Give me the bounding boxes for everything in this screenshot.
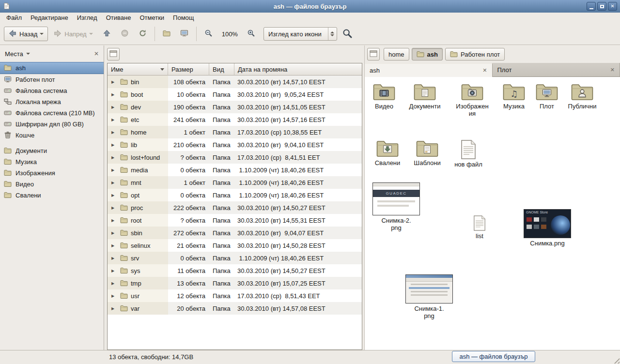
- expander-icon[interactable]: ▶: [111, 168, 117, 172]
- home-button[interactable]: [158, 27, 175, 41]
- tab-0[interactable]: ash✕: [365, 63, 493, 77]
- expander-icon[interactable]: ▶: [111, 306, 117, 311]
- sidebar-item-9[interactable]: Музика: [0, 156, 104, 167]
- expander-icon[interactable]: ▶: [111, 269, 117, 273]
- expander-icon[interactable]: ▶: [111, 243, 117, 248]
- iconview-item-2[interactable]: Изображения: [450, 82, 494, 117]
- menu-item-0[interactable]: Файл: [2, 13, 26, 23]
- iconview-item-1[interactable]: Документи: [403, 82, 447, 110]
- expander-icon[interactable]: ▶: [111, 105, 117, 109]
- table-row[interactable]: ▶dev190 обектаПапка30.03.2010 (вт) 14,51…: [108, 101, 362, 113]
- search-button[interactable]: [338, 27, 356, 41]
- forward-button[interactable]: Напред: [49, 27, 97, 41]
- expander-icon[interactable]: ▶: [111, 281, 117, 286]
- tab-1[interactable]: Плот✕: [493, 63, 620, 76]
- back-button[interactable]: Назад: [4, 27, 48, 41]
- pane-location-button[interactable]: [107, 48, 120, 61]
- expander-icon[interactable]: ▶: [111, 294, 117, 298]
- path-button-2[interactable]: Работен плот: [445, 48, 505, 61]
- expander-icon[interactable]: ▶: [111, 256, 117, 260]
- iconview-item-7[interactable]: Шаблони: [405, 138, 449, 167]
- table-row[interactable]: ▶proc222 обектаПапка30.03.2010 (вт) 14,5…: [108, 201, 362, 214]
- expander-icon[interactable]: ▶: [111, 118, 117, 122]
- table-row[interactable]: ▶root? обектаПапка30.03.2010 (вт) 14,55,…: [108, 214, 362, 227]
- expander-icon[interactable]: ▶: [111, 193, 117, 197]
- iconview-item-10[interactable]: list: [458, 215, 501, 240]
- sidebar-close-icon[interactable]: ✕: [94, 50, 99, 57]
- expander-icon[interactable]: ▶: [111, 218, 117, 223]
- sidebar-item-6[interactable]: Кошче: [0, 130, 104, 141]
- zoom-out-button[interactable]: [200, 27, 217, 41]
- reload-button[interactable]: [134, 27, 151, 41]
- menu-item-2[interactable]: Изглед: [73, 13, 102, 23]
- iconview-item-8[interactable]: нов файл: [447, 140, 490, 168]
- expander-icon[interactable]: ▶: [111, 80, 117, 84]
- expander-icon[interactable]: ▶: [111, 155, 117, 160]
- sidebar-item-10[interactable]: Изображения: [0, 167, 104, 179]
- table-row[interactable]: ▶etc241 обектаПапка30.03.2010 (вт) 14,57…: [108, 113, 362, 126]
- sidebar-item-12[interactable]: Свалени: [0, 190, 104, 201]
- table-row[interactable]: ▶mnt1 обектПапка 1.10.2009 (чт) 18,40,26…: [108, 176, 362, 189]
- computer-button[interactable]: [176, 27, 193, 41]
- table-row[interactable]: ▶lost+found? обектаПапка17.03.2010 (ср) …: [108, 151, 362, 164]
- expander-icon[interactable]: ▶: [111, 231, 117, 235]
- column-header-2[interactable]: Вид: [209, 63, 234, 76]
- minimize-button[interactable]: [587, 2, 596, 11]
- column-header-3[interactable]: Дата на промяна: [234, 63, 362, 76]
- iconview-item-11[interactable]: GNOME StoreСнимка.png: [521, 209, 574, 247]
- menu-item-3[interactable]: Отиване: [102, 13, 136, 23]
- table-row[interactable]: ▶selinux21 обектаПапка30.03.2010 (вт) 14…: [108, 239, 362, 252]
- path-button-0[interactable]: home: [384, 48, 409, 61]
- table-row[interactable]: ▶tmp13 обектаПапка30.03.2010 (вт) 15,07,…: [108, 277, 362, 289]
- titlebar[interactable]: ash — файлов браузър ✕: [0, 0, 620, 13]
- expander-icon[interactable]: ▶: [111, 181, 117, 185]
- table-row[interactable]: ▶sbin272 обектаПапка30.03.2010 (вт) 9,04…: [108, 227, 362, 239]
- menu-item-1[interactable]: Редактиране: [26, 13, 73, 23]
- expander-icon[interactable]: ▶: [111, 130, 117, 135]
- sidebar-item-5[interactable]: Шифриран дял (80 GB): [0, 119, 104, 130]
- table-row[interactable]: ▶media0 обектаПапка 1.10.2009 (чт) 18,40…: [108, 164, 362, 176]
- view-mode-select[interactable]: Изглед като икони: [264, 27, 337, 41]
- table-row[interactable]: ▶usr12 обектаПапка17.03.2010 (ср) 8,51,4…: [108, 289, 362, 302]
- resize-grip[interactable]: [612, 356, 620, 364]
- sidebar-item-2[interactable]: Файлова система: [0, 85, 104, 96]
- expander-icon[interactable]: ▶: [111, 143, 117, 147]
- table-row[interactable]: ▶opt0 обектаПапка 1.10.2009 (чт) 18,40,2…: [108, 189, 362, 201]
- expander-icon[interactable]: ▶: [111, 92, 117, 97]
- iconview-item-5[interactable]: Публични: [560, 82, 604, 110]
- sidebar-header[interactable]: Места ✕: [0, 46, 104, 62]
- expander-icon[interactable]: ▶: [111, 206, 117, 210]
- menu-item-4[interactable]: Отметки: [135, 13, 169, 23]
- sidebar-item-4[interactable]: Файлова система (210 MB): [0, 107, 104, 119]
- column-header-0[interactable]: Име: [108, 63, 168, 76]
- sidebar-item-0[interactable]: ash: [0, 62, 104, 74]
- table-row[interactable]: ▶lib210 обектаПапка30.03.2010 (вт) 9,04,…: [108, 138, 362, 151]
- iconview-item-6[interactable]: Свалени: [366, 138, 409, 167]
- column-header-1[interactable]: Размер: [168, 63, 209, 76]
- zoom-in-button[interactable]: [243, 27, 260, 41]
- table-row[interactable]: ▶srv0 обектаПапка 1.10.2009 (чт) 18,40,2…: [108, 252, 362, 264]
- table-row[interactable]: ▶boot10 обектаПапка30.03.2010 (вт) 9,05,…: [108, 88, 362, 101]
- tab-close-icon[interactable]: ✕: [482, 67, 487, 74]
- table-row[interactable]: ▶home1 обектПапка17.03.2010 (ср) 10,38,5…: [108, 126, 362, 138]
- table-row[interactable]: ▶sys11 обектаПапка30.03.2010 (вт) 14,50,…: [108, 264, 362, 277]
- tab-close-icon[interactable]: ✕: [610, 67, 615, 73]
- iconview-item-12[interactable]: Снимка-1.png: [403, 274, 456, 319]
- menu-item-5[interactable]: Помощ: [169, 13, 198, 23]
- pane-location-button[interactable]: [367, 48, 380, 61]
- sidebar-item-1[interactable]: Работен плот: [0, 74, 104, 85]
- up-button[interactable]: [98, 27, 115, 41]
- sidebar-item-8[interactable]: Документи: [0, 145, 104, 156]
- path-button-1[interactable]: ash: [412, 48, 443, 61]
- maximize-button[interactable]: [597, 2, 606, 11]
- iconview-item-0[interactable]: Видео: [365, 82, 406, 110]
- table-row[interactable]: ▶var20 обектаПапка30.03.2010 (вт) 14,57,…: [108, 302, 362, 315]
- close-button[interactable]: ✕: [608, 2, 617, 11]
- sidebar-item-3[interactable]: Локална мрежа: [0, 96, 104, 107]
- sidebar-item-label: Музика: [16, 158, 37, 166]
- iconview-item-9[interactable]: GUADECСнимка-2.png: [370, 182, 423, 231]
- sidebar-item-11[interactable]: Видео: [0, 179, 104, 190]
- table-row[interactable]: ▶bin108 обектаПапка30.03.2010 (вт) 14,57…: [108, 76, 362, 88]
- taskbar-window-button[interactable]: ash — файлов браузър: [452, 351, 535, 362]
- stop-button[interactable]: [116, 27, 133, 41]
